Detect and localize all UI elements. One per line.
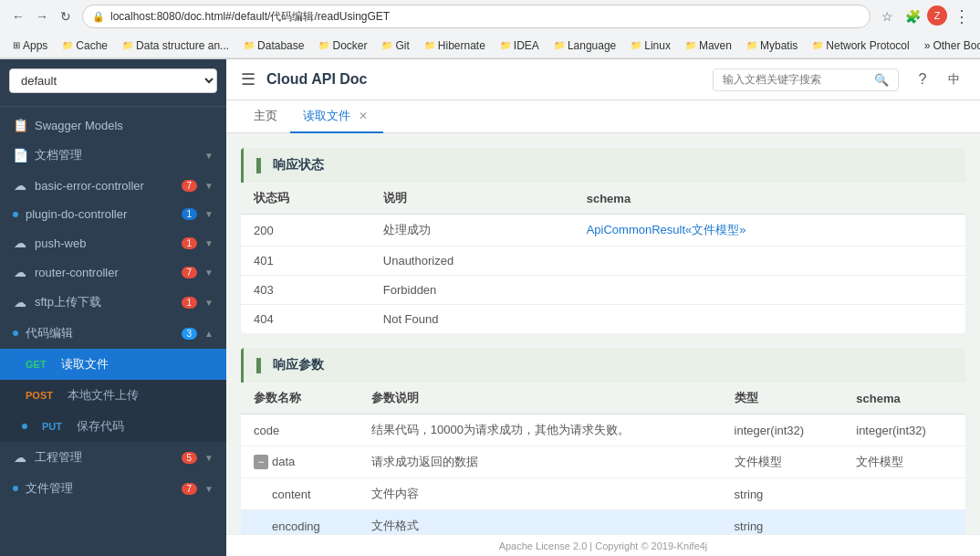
sidebar-item-upload-file[interactable]: POST 本地文件上传	[0, 380, 226, 411]
search-area: 🔍	[379, 68, 899, 91]
collapse-button[interactable]: −	[254, 455, 268, 469]
search-input[interactable]	[723, 73, 869, 86]
param-schema-cell	[843, 510, 965, 535]
chevron-icon-7: ▼	[204, 453, 214, 463]
star-button[interactable]: ☆	[876, 5, 898, 27]
menu-hamburger-icon[interactable]: ☰	[241, 69, 255, 89]
sidebar-item-code-edit[interactable]: 代码编辑 3 ▲	[0, 318, 226, 349]
forward-button[interactable]: →	[31, 5, 53, 27]
folder-icon-10: 📁	[685, 40, 696, 50]
tab-close-icon[interactable]: ✕	[356, 109, 370, 123]
footer-text: Apache License 2.0 | Copyright © 2019-Kn…	[499, 540, 708, 551]
response-params-section: ▌ 响应参数 参数名称 参数说明 类型 schema code 结果	[241, 348, 965, 534]
status-desc-cell: 处理成功	[370, 215, 574, 247]
status-schema-cell	[574, 276, 965, 305]
chevron-icon-5: ▼	[204, 268, 214, 278]
param-type-cell: integer(int32)	[722, 414, 844, 446]
sidebar-item-sftp[interactable]: ☁ sftp上传下载 1 ▼	[0, 287, 226, 318]
basic-error-label: basic-error-controller	[35, 179, 174, 193]
address-bar[interactable]: 🔒 localhost:8080/doc.html#/default/代码编辑/…	[82, 5, 871, 28]
response-params-header: ▌ 响应参数	[241, 348, 965, 383]
router-badge: 7	[182, 267, 198, 278]
extension-button[interactable]: 🧩	[902, 5, 923, 27]
cloud-icon-2: ☁	[13, 236, 27, 250]
tab-read-file[interactable]: 读取文件 ✕	[290, 100, 383, 133]
bookmark-idea[interactable]: 📁 IDEA	[495, 37, 545, 54]
bookmark-maven[interactable]: 📁 Maven	[680, 37, 737, 54]
sidebar-item-router[interactable]: ☁ router-controller 7 ▼	[0, 257, 226, 287]
bookmark-git-label: Git	[395, 39, 409, 52]
response-params-title: 响应参数	[273, 357, 324, 373]
browser-actions: ☆ 🧩 Z ⋮	[876, 5, 973, 27]
col-param-schema: schema	[843, 383, 965, 414]
project-manage-label: 工程管理	[35, 449, 174, 466]
table-row: code 结果代码，10000为请求成功，其他为请求失败。 integer(in…	[241, 414, 965, 446]
sidebar-item-plugin[interactable]: plugin-do-controller 1 ▼	[0, 200, 226, 228]
sidebar-item-project-manage[interactable]: ☁ 工程管理 5 ▼	[0, 442, 226, 473]
sidebar-item-save-code[interactable]: PUT 保存代码	[0, 411, 226, 442]
bookmark-git[interactable]: 📁 Git	[376, 37, 414, 54]
dot-icon-2	[13, 330, 18, 336]
cloud-icon-4: ☁	[13, 295, 27, 309]
param-name-cell: −data	[241, 446, 359, 478]
chevron-up-icon: ▲	[204, 329, 214, 339]
language-button[interactable]: 中	[943, 69, 965, 89]
sidebar-item-basic-error[interactable]: ☁ basic-error-controller 7 ▼	[0, 171, 226, 200]
folder-icon: 📁	[62, 40, 73, 50]
bookmark-docker[interactable]: 📁 Docker	[313, 37, 372, 54]
help-button[interactable]: ?	[910, 67, 935, 92]
col-param-name: 参数名称	[241, 383, 359, 414]
app-title: Cloud API Doc	[266, 71, 368, 88]
bookmark-hibernate[interactable]: 📁 Hibernate	[419, 37, 491, 54]
menu-button[interactable]: ⋮	[951, 5, 973, 27]
sidebar-item-doc-manage[interactable]: 📄 文档管理 ▼	[0, 140, 226, 171]
param-desc-cell: 文件内容	[359, 478, 722, 510]
bookmark-mybatis[interactable]: 📁 Mybatis	[741, 37, 803, 54]
bookmark-apps-label: Apps	[23, 39, 47, 52]
bookmark-data-structure[interactable]: 📁 Data structure an...	[117, 37, 235, 54]
back-button[interactable]: ←	[7, 5, 29, 27]
bookmarks-bar: ⊞ Apps 📁 Cache 📁 Data structure an... 📁 …	[0, 33, 980, 58]
tab-read-file-label: 读取文件	[303, 108, 350, 124]
sidebar-item-swagger-models[interactable]: 📋 Swagger Models	[0, 110, 226, 140]
param-name-cell: code	[241, 414, 359, 446]
nav-buttons: ← → ↻	[7, 5, 77, 27]
bookmark-apps[interactable]: ⊞ Apps	[7, 37, 53, 54]
bookmarks-more-label: Other Bookmarks	[933, 39, 980, 52]
schema-link[interactable]: ApiCommonResult«文件模型»	[587, 223, 746, 236]
bookmark-linux-label: Linux	[644, 39, 671, 52]
table-row: 404 Not Found	[241, 305, 965, 334]
status-desc-cell: Unauthorized	[370, 247, 574, 276]
content-area: ▌ 响应状态 状态码 说明 schema 200 处理成功 ApiCommonR…	[226, 133, 980, 534]
folder-icon-8: 📁	[554, 40, 565, 50]
folder-icon-3: 📁	[244, 40, 255, 50]
bookmark-linux[interactable]: 📁 Linux	[625, 37, 676, 54]
col-param-desc: 参数说明	[359, 383, 722, 414]
plugin-label: plugin-do-controller	[26, 207, 174, 221]
sidebar-item-push-web[interactable]: ☁ push-web 1 ▼	[0, 228, 226, 257]
sidebar-item-read-file[interactable]: GET 读取文件	[0, 349, 226, 380]
sidebar-item-file-manage[interactable]: 文件管理 7 ▼	[0, 473, 226, 504]
namespace-select[interactable]: default	[9, 68, 217, 93]
bookmarks-more[interactable]: » Other Bookmarks	[919, 37, 980, 54]
param-type-cell: string	[722, 478, 844, 510]
footer: Apache License 2.0 | Copyright © 2019-Kn…	[226, 534, 980, 556]
search-icon[interactable]: 🔍	[874, 73, 889, 87]
chevron-down-icon: ▼	[204, 151, 214, 161]
tab-home[interactable]: 主页	[241, 100, 290, 133]
response-status-title: 响应状态	[273, 157, 324, 173]
chevron-icon-2: ▼	[204, 181, 214, 191]
reload-button[interactable]: ↻	[55, 5, 77, 27]
file-manage-badge: 7	[182, 483, 198, 495]
bookmark-network[interactable]: 📁 Network Protocol	[807, 37, 914, 54]
search-input-wrap: 🔍	[713, 68, 899, 91]
param-desc-cell: 文件格式	[359, 510, 722, 535]
status-code-cell: 403	[241, 276, 370, 305]
status-code-cell: 401	[241, 247, 370, 276]
bookmark-cache[interactable]: 📁 Cache	[57, 37, 113, 54]
bookmark-database[interactable]: 📁 Database	[238, 37, 309, 54]
bookmark-language[interactable]: 📁 Language	[548, 37, 621, 54]
status-schema-cell	[574, 305, 965, 334]
bookmark-maven-label: Maven	[699, 39, 732, 52]
profile-button[interactable]: Z	[927, 5, 947, 26]
